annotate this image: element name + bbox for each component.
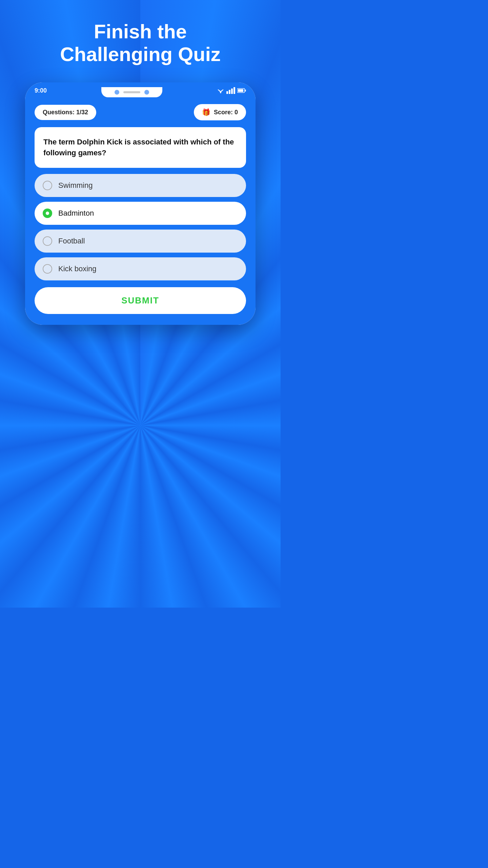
option-kickboxing[interactable]: Kick boxing	[35, 257, 246, 280]
radio-swimming	[43, 181, 52, 190]
gift-icon: 🎁	[202, 108, 210, 116]
submit-button[interactable]: SUBMIT	[35, 287, 246, 314]
svg-rect-5	[238, 89, 243, 92]
question-text: The term Dolphin Kick is associated with…	[43, 137, 237, 158]
option-badminton[interactable]: Badminton	[35, 202, 246, 225]
questions-badge: Questions: 1/32	[35, 105, 96, 120]
radio-kickboxing	[43, 264, 52, 274]
page-title: Finish the Challenging Quiz	[60, 20, 221, 65]
speaker-grille	[123, 91, 140, 93]
face-sensor	[144, 90, 149, 95]
content-wrapper: Finish the Challenging Quiz 9:00	[0, 0, 281, 338]
option-label-swimming: Swimming	[58, 181, 93, 190]
svg-point-2	[220, 92, 221, 93]
option-football[interactable]: Football	[35, 230, 246, 253]
option-swimming[interactable]: Swimming	[35, 174, 246, 197]
status-time: 9:00	[35, 87, 47, 94]
front-camera	[115, 90, 119, 95]
battery-icon	[237, 88, 246, 93]
status-icons	[217, 87, 246, 94]
phone-body: Questions: 1/32 🎁 Score: 0 The term Dolp…	[25, 97, 256, 325]
phone-notch	[101, 87, 162, 97]
radio-football	[43, 236, 52, 246]
option-label-football: Football	[58, 237, 85, 245]
phone-mockup: 9:00	[25, 82, 256, 325]
option-label-kickboxing: Kick boxing	[58, 264, 97, 273]
signal-icon	[226, 87, 235, 94]
svg-rect-4	[245, 90, 246, 92]
question-card: The term Dolphin Kick is associated with…	[35, 127, 246, 168]
options-list: Swimming Badminton Football Kick boxing	[35, 174, 246, 280]
score-badge: 🎁 Score: 0	[194, 104, 246, 120]
quiz-top-bar: Questions: 1/32 🎁 Score: 0	[35, 104, 246, 120]
option-label-badminton: Badminton	[58, 209, 94, 218]
wifi-icon	[217, 88, 224, 93]
radio-badminton	[43, 209, 52, 218]
